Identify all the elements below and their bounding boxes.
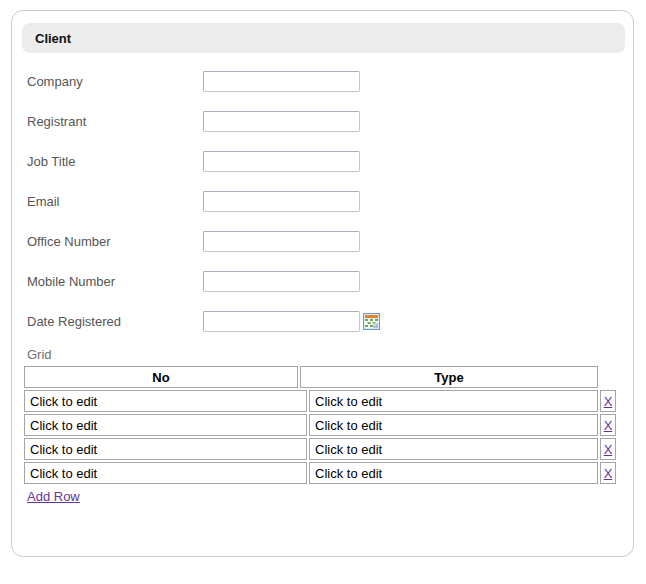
grid-label: Grid <box>27 347 633 362</box>
calendar-button[interactable] <box>363 313 380 330</box>
calendar-icon <box>363 313 380 330</box>
delete-row-link[interactable]: X <box>604 418 613 433</box>
grid-row-4: Click to edit Click to edit X <box>24 462 633 484</box>
grid-cell-no[interactable]: Click to edit <box>24 462 307 484</box>
form-row-job-title: Job Title <box>12 141 633 181</box>
office-number-label: Office Number <box>27 234 203 249</box>
grid-section: Grid No Type Click to edit Click to edit… <box>24 347 633 505</box>
form-row-company: Company <box>12 61 633 101</box>
grid-cell-delete: X <box>600 438 616 460</box>
office-number-input[interactable] <box>203 231 360 252</box>
grid-cell-no[interactable]: Click to edit <box>24 390 307 412</box>
delete-row-link[interactable]: X <box>604 466 613 481</box>
grid-cell-delete: X <box>600 462 616 484</box>
grid-cell-type[interactable]: Click to edit <box>309 438 598 460</box>
form-row-email: Email <box>12 181 633 221</box>
grid-cell-type[interactable]: Click to edit <box>309 390 598 412</box>
form-row-date-registered: Date Registered <box>12 301 633 341</box>
email-input[interactable] <box>203 191 360 212</box>
grid-cell-no[interactable]: Click to edit <box>24 414 307 436</box>
grid-cell-delete: X <box>600 414 616 436</box>
job-title-input[interactable] <box>203 151 360 172</box>
company-label: Company <box>27 74 203 89</box>
email-label: Email <box>27 194 203 209</box>
grid-header-type: Type <box>300 366 598 388</box>
grid-cell-no[interactable]: Click to edit <box>24 438 307 460</box>
delete-row-link[interactable]: X <box>604 394 613 409</box>
mobile-number-label: Mobile Number <box>27 274 203 289</box>
form-row-mobile-number: Mobile Number <box>12 261 633 301</box>
job-title-label: Job Title <box>27 154 203 169</box>
form-row-registrant: Registrant <box>12 101 633 141</box>
grid-cell-type[interactable]: Click to edit <box>309 414 598 436</box>
registrant-input[interactable] <box>203 111 360 132</box>
date-registered-label: Date Registered <box>27 314 203 329</box>
grid-header-row: No Type <box>24 366 633 388</box>
grid-row-1: Click to edit Click to edit X <box>24 390 633 412</box>
grid-row-3: Click to edit Click to edit X <box>24 438 633 460</box>
grid-cell-delete: X <box>600 390 616 412</box>
client-panel: Client Company Registrant Job Title Emai… <box>11 10 634 557</box>
company-input[interactable] <box>203 71 360 92</box>
mobile-number-input[interactable] <box>203 271 360 292</box>
grid-row-2: Click to edit Click to edit X <box>24 414 633 436</box>
registrant-label: Registrant <box>27 114 203 129</box>
grid-header-no: No <box>24 366 298 388</box>
client-form: Company Registrant Job Title Email Offic… <box>12 61 633 341</box>
add-row-link[interactable]: Add Row <box>27 489 80 504</box>
panel-header: Client <box>22 23 625 53</box>
grid-cell-type[interactable]: Click to edit <box>309 462 598 484</box>
delete-row-link[interactable]: X <box>604 442 613 457</box>
date-registered-input[interactable] <box>203 311 360 332</box>
form-row-office-number: Office Number <box>12 221 633 261</box>
panel-title: Client <box>35 31 71 46</box>
